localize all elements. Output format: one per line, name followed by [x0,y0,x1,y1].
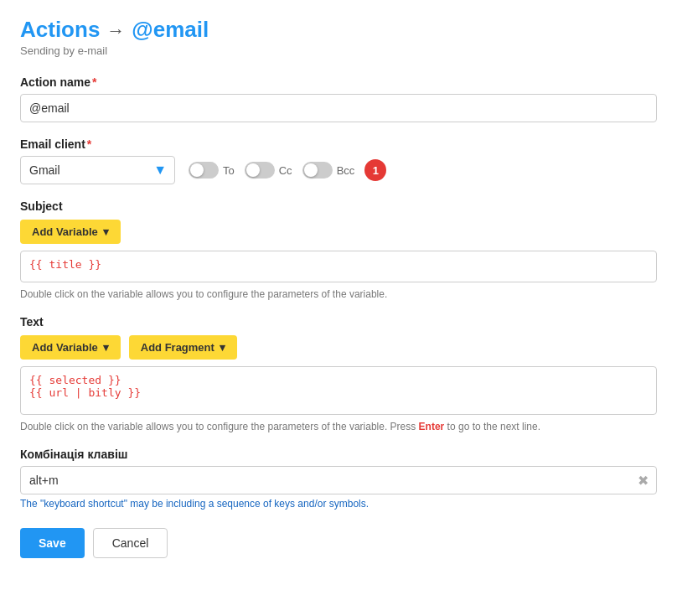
email-client-label: Email client* [20,137,657,151]
subject-group: Subject Add Variable ▾ {{ title }} Doubl… [20,199,657,300]
text-btn-row: Add Variable ▾ Add Fragment ▾ [20,335,657,360]
notification-badge[interactable]: 1 [364,159,386,181]
toggles-group: To Cc Bcc 1 [189,159,386,181]
text-group: Text Add Variable ▾ Add Fragment ▾ Doubl… [20,315,657,432]
toggle-to-switch[interactable] [189,162,219,179]
subject-btn-row: Add Variable ▾ [20,220,657,244]
shortcut-label: Комбінація клавіш [20,448,657,461]
save-button[interactable]: Save [20,528,85,558]
action-name-label: Action name* [20,75,657,89]
text-add-variable-button[interactable]: Add Variable ▾ [20,335,121,360]
subject-label: Subject [20,199,657,213]
toggle-cc-item: Cc [245,162,292,179]
shortcut-hint: The "keyboard shortcut" may be including… [20,498,657,510]
toggle-to-label: To [223,164,235,177]
email-client-group: Email client* GmailOutlookYahooSMTP ▼ To… [20,137,657,184]
toggle-bcc-label: Bcc [337,164,355,177]
email-client-row: GmailOutlookYahooSMTP ▼ To Cc Bcc 1 [20,156,657,184]
toggle-cc-label: Cc [279,164,292,177]
action-buttons: Save Cancel [20,528,657,558]
text-label: Text [20,315,657,329]
actions-link[interactable]: Actions [20,17,100,43]
toggle-to-item: To [189,162,235,179]
page-title: Actions → @email [20,17,657,43]
action-name-group: Action name* [20,75,657,122]
subject-hint: Double click on the variable allows you … [20,288,657,300]
action-name-input[interactable] [20,94,657,122]
text-fragment-chevron-icon: ▾ [220,341,225,354]
shortcut-input[interactable] [20,466,657,494]
subject-add-variable-button[interactable]: Add Variable ▾ [20,220,121,244]
text-variable-chevron-icon: ▾ [103,341,109,354]
subject-input[interactable]: {{ title }} [20,251,657,282]
subject-variable-chevron-icon: ▾ [103,225,109,238]
clear-shortcut-icon[interactable]: ✖ [638,473,649,489]
current-page-title: @email [132,17,209,43]
shortcut-wrapper: ✖ [20,466,657,494]
toggle-bcc-switch[interactable] [302,162,333,179]
page-subtitle: Sending by e-mail [20,44,657,57]
text-hint: Double click on the variable allows you … [20,421,657,432]
breadcrumb-arrow: → [106,20,125,42]
email-client-select[interactable]: GmailOutlookYahooSMTP [20,156,175,184]
toggle-cc-switch[interactable] [245,162,275,179]
cancel-button[interactable]: Cancel [93,528,168,558]
text-input[interactable] [20,366,657,415]
enter-key-label: Enter [419,421,445,432]
email-client-select-wrapper: GmailOutlookYahooSMTP ▼ [20,156,175,184]
toggle-bcc-item: Bcc [302,162,355,179]
shortcut-group: Комбінація клавіш ✖ The "keyboard shortc… [20,448,657,510]
text-add-fragment-button[interactable]: Add Fragment ▾ [129,335,237,360]
